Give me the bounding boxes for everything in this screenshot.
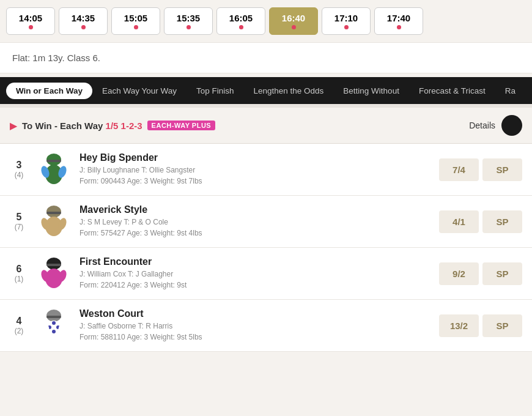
horse-odds: 7/4 SP [439,158,522,181]
race-status-dot [344,25,349,29]
horse-row: 5 (7) Maverick Style J: S M Levey T: P &… [0,196,532,248]
bet-type-ra[interactable]: Ra [495,77,525,104]
bet-type-each-way-your-way[interactable]: Each Way Your Way [92,77,187,104]
race-tab-time: 17:40 [387,13,410,23]
race-tab-time: 15:35 [177,13,200,23]
race-tab-1605[interactable]: 16:05 [216,7,265,35]
svg-point-21 [52,321,56,325]
horse-silks [35,203,72,240]
horse-number: 4 (2) [10,316,28,335]
toggle-button[interactable] [501,115,522,136]
race-tab-1505[interactable]: 15:05 [111,7,160,35]
horse-details: J: William Cox T: J Gallagher Form: 2204… [79,269,432,291]
odds-button-fractional[interactable]: 4/1 [439,210,479,233]
horse-details: J: Saffie Osborne T: R Harris Form: 5881… [79,321,432,343]
bet-type-forecast--tricast[interactable]: Forecast & Tricast [409,77,495,104]
race-tab-time: 16:05 [229,13,253,23]
horse-info: Maverick Style J: S M Levey T: P & O Col… [79,204,432,239]
play-icon: ▶ [10,120,17,132]
details-label: Details [469,121,495,130]
horse-odds: 9/2 SP [439,262,522,285]
odds-button-sp[interactable]: SP [482,262,522,285]
race-status-dot [239,25,243,29]
horse-info: Hey Big Spender J: Billy Loughnane T: Ol… [79,152,432,187]
race-status-dot [81,25,86,29]
bet-type-top-finish[interactable]: Top Finish [187,77,244,104]
race-tab-1640[interactable]: 16:40 [269,7,318,35]
horse-num-main: 6 [10,264,28,275]
race-tab-1405[interactable]: 14:05 [6,7,55,35]
race-tab-1435[interactable]: 14:35 [59,7,108,35]
race-status-dot [134,25,138,29]
race-tab-time: 15:05 [124,13,147,23]
horse-info: Weston Court J: Saffie Osborne T: R Harr… [79,308,432,343]
horse-details: J: S M Levey T: P & O Cole Form: 575427 … [79,217,432,239]
horse-info: First Encounter J: William Cox T: J Gall… [79,256,432,291]
horse-name: Weston Court [79,308,432,319]
race-info-text: Flat: 1m 13y. Class 6. [12,53,100,63]
race-status-dot [397,25,401,29]
to-win-header: ▶ To Win - Each Way 1/5 1-2-3 EACH-WAY P… [0,108,532,144]
race-tab-time: 14:05 [19,13,42,23]
race-tab-time: 14:35 [72,13,95,23]
svg-rect-11 [46,264,61,266]
bet-type-navigation: Win or Each WayEach Way Your WayTop Fini… [0,77,532,104]
horse-draw: (7) [10,223,28,231]
svg-rect-16 [46,316,61,318]
odds-button-sp[interactable]: SP [482,158,522,181]
race-status-dot [187,25,191,29]
svg-point-20 [52,330,56,333]
race-tab-1535[interactable]: 15:35 [164,7,213,35]
bet-type-win-or-each-way[interactable]: Win or Each Way [6,83,92,99]
horse-silks [35,255,72,292]
horse-silks [35,151,72,188]
race-tab-time: 16:40 [282,13,305,23]
race-tabs-container: 14:05 14:35 15:05 15:35 16:05 16:40 17:1… [0,0,532,42]
horse-list: 3 (4) Hey Big Spender J: Billy Loughnane… [0,144,532,352]
odds-button-sp[interactable]: SP [482,210,522,233]
each-way-badge: EACH-WAY PLUS [147,121,216,130]
svg-rect-6 [46,212,61,214]
to-win-label: To Win - Each Way 1/5 1-2-3 [22,121,142,131]
horse-odds: 13/2 SP [439,314,522,337]
horse-name: Maverick Style [79,204,432,215]
horse-draw: (4) [10,171,28,179]
to-win-left: ▶ To Win - Each Way 1/5 1-2-3 EACH-WAY P… [10,120,215,132]
race-info-bar: Flat: 1m 13y. Class 6. [0,42,532,73]
horse-number: 6 (1) [10,264,28,283]
horse-row: 3 (4) Hey Big Spender J: Billy Loughnane… [0,144,532,196]
horse-number: 5 (7) [10,212,28,231]
to-win-right: Details [469,115,522,136]
odds-button-sp[interactable]: SP [482,314,522,337]
horse-row: 4 (2) Weston Court J: Saffie Osborne T: … [0,300,532,352]
bet-type-betting-without[interactable]: Betting Without [333,77,409,104]
odds-button-fractional[interactable]: 13/2 [439,314,479,337]
each-way-fraction: 1/5 1-2-3 [106,121,142,131]
horse-draw: (2) [10,327,28,335]
horse-row: 6 (1) First Encounter J: William Cox T: … [0,248,532,300]
race-tab-time: 17:10 [334,13,358,23]
odds-button-fractional[interactable]: 7/4 [439,158,479,181]
odds-button-fractional[interactable]: 9/2 [439,262,479,285]
race-status-dot [292,25,296,29]
horse-draw: (1) [10,275,28,283]
horse-number: 3 (4) [10,160,28,179]
horse-odds: 4/1 SP [439,210,522,233]
race-tab-1740[interactable]: 17:40 [374,7,423,35]
horse-name: Hey Big Spender [79,152,432,163]
horse-silks [35,307,72,344]
bet-type-lengthen-the-odds[interactable]: Lengthen the Odds [244,77,334,104]
horse-num-main: 3 [10,160,28,171]
horse-num-main: 4 [10,316,28,327]
svg-rect-1 [46,160,61,162]
race-status-dot [29,25,33,29]
horse-num-main: 5 [10,212,28,223]
horse-name: First Encounter [79,256,432,267]
horse-details: J: Billy Loughnane T: Ollie Sangster For… [79,165,432,187]
race-tab-1710[interactable]: 17:10 [322,7,371,35]
